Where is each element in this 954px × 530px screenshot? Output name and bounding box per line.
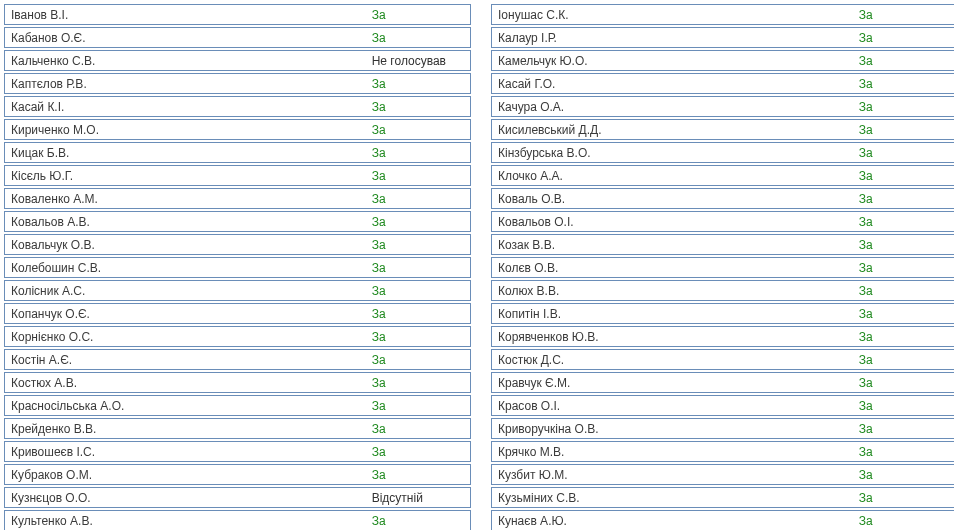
vote-row: Кальченко С.В.Не голосував [4, 50, 471, 71]
vote-column-right: Іонушас С.К.ЗаКалаур І.Р.ЗаКамельчук Ю.О… [491, 4, 954, 530]
deputy-vote: За [855, 123, 954, 137]
vote-row: Колюх В.В.За [491, 280, 954, 301]
vote-row: Камельчук Ю.О.За [491, 50, 954, 71]
vote-row: Крячко М.В.За [491, 441, 954, 462]
vote-row: Кузьміних С.В.За [491, 487, 954, 508]
vote-row: Іонушас С.К.За [491, 4, 954, 25]
deputy-name: Колісник А.С. [5, 284, 368, 298]
vote-row: Ковальов А.В.За [4, 211, 471, 232]
deputy-vote: За [368, 146, 470, 160]
deputy-vote: За [368, 123, 470, 137]
deputy-vote: За [368, 422, 470, 436]
deputy-name: Коваль О.В. [492, 192, 855, 206]
deputy-name: Кабанов О.Є. [5, 31, 368, 45]
deputy-name: Іванов В.І. [5, 8, 368, 22]
deputy-vote: За [855, 330, 954, 344]
vote-row: Криворучкіна О.В.За [491, 418, 954, 439]
vote-table: Іванов В.І.ЗаКабанов О.Є.ЗаКальченко С.В… [4, 4, 954, 530]
vote-row: Костін А.Є.За [4, 349, 471, 370]
vote-row: Кривошеєв І.С.За [4, 441, 471, 462]
vote-row: Коваль О.В.За [491, 188, 954, 209]
vote-row: Клочко А.А.За [491, 165, 954, 186]
deputy-name: Ковальов А.В. [5, 215, 368, 229]
deputy-vote: За [368, 399, 470, 413]
vote-row: Костюк Д.С.За [491, 349, 954, 370]
vote-row: Красносільська А.О.За [4, 395, 471, 416]
deputy-name: Корнієнко О.С. [5, 330, 368, 344]
deputy-name: Красносільська А.О. [5, 399, 368, 413]
vote-row: Кисилевський Д.Д.За [491, 119, 954, 140]
deputy-vote: За [855, 77, 954, 91]
deputy-vote: За [855, 514, 954, 528]
deputy-name: Кривошеєв І.С. [5, 445, 368, 459]
deputy-name: Костін А.Є. [5, 353, 368, 367]
deputy-name: Камельчук Ю.О. [492, 54, 855, 68]
deputy-name: Культенко А.В. [5, 514, 368, 528]
deputy-name: Крячко М.В. [492, 445, 855, 459]
vote-row: Каптєлов Р.В.За [4, 73, 471, 94]
deputy-vote: За [368, 31, 470, 45]
deputy-vote: За [855, 284, 954, 298]
deputy-name: Криворучкіна О.В. [492, 422, 855, 436]
deputy-name: Кубраков О.М. [5, 468, 368, 482]
deputy-vote: За [368, 445, 470, 459]
deputy-name: Копитін І.В. [492, 307, 855, 321]
deputy-name: Коваленко А.М. [5, 192, 368, 206]
deputy-vote: За [855, 146, 954, 160]
deputy-name: Ковальчук О.В. [5, 238, 368, 252]
deputy-name: Кунаєв А.Ю. [492, 514, 855, 528]
deputy-name: Касай К.І. [5, 100, 368, 114]
vote-row: Кузнєцов О.О.Відсутній [4, 487, 471, 508]
deputy-name: Кісєль Ю.Г. [5, 169, 368, 183]
vote-row: Кравчук Є.М.За [491, 372, 954, 393]
vote-row: Касай Г.О.За [491, 73, 954, 94]
deputy-name: Костюк Д.С. [492, 353, 855, 367]
vote-row: Касай К.І.За [4, 96, 471, 117]
deputy-vote: За [855, 422, 954, 436]
deputy-name: Костюх А.В. [5, 376, 368, 390]
deputy-vote: За [855, 54, 954, 68]
deputy-vote: За [855, 261, 954, 275]
vote-row: Ковальчук О.В.За [4, 234, 471, 255]
deputy-name: Красов О.І. [492, 399, 855, 413]
deputy-vote: За [368, 376, 470, 390]
deputy-name: Кінзбурська В.О. [492, 146, 855, 160]
vote-row: Кінзбурська В.О.За [491, 142, 954, 163]
deputy-name: Кузьміних С.В. [492, 491, 855, 505]
vote-row: Іванов В.І.За [4, 4, 471, 25]
vote-row: Крейденко В.В.За [4, 418, 471, 439]
deputy-name: Кириченко М.О. [5, 123, 368, 137]
deputy-vote: За [855, 445, 954, 459]
deputy-vote: За [855, 376, 954, 390]
deputy-vote: За [855, 353, 954, 367]
deputy-name: Копанчук О.Є. [5, 307, 368, 321]
deputy-vote: Відсутній [368, 491, 470, 505]
vote-row: Красов О.І.За [491, 395, 954, 416]
deputy-vote: За [855, 100, 954, 114]
deputy-vote: За [368, 353, 470, 367]
deputy-vote: За [368, 514, 470, 528]
deputy-vote: За [368, 215, 470, 229]
deputy-name: Ковальов О.І. [492, 215, 855, 229]
deputy-name: Кравчук Є.М. [492, 376, 855, 390]
deputy-vote: За [855, 468, 954, 482]
deputy-vote: За [855, 307, 954, 321]
deputy-name: Кузбит Ю.М. [492, 468, 855, 482]
vote-row: Кицак Б.В.За [4, 142, 471, 163]
deputy-vote: За [855, 192, 954, 206]
vote-row: Кунаєв А.Ю.За [491, 510, 954, 530]
vote-row: Культенко А.В.За [4, 510, 471, 530]
vote-row: Копитін І.В.За [491, 303, 954, 324]
deputy-name: Колюх В.В. [492, 284, 855, 298]
deputy-name: Крейденко В.В. [5, 422, 368, 436]
deputy-name: Клочко А.А. [492, 169, 855, 183]
deputy-vote: За [855, 238, 954, 252]
vote-row: Колісник А.С.За [4, 280, 471, 301]
deputy-vote: Не голосував [368, 54, 470, 68]
deputy-name: Козак В.В. [492, 238, 855, 252]
vote-row: Корявченков Ю.В.За [491, 326, 954, 347]
deputy-name: Іонушас С.К. [492, 8, 855, 22]
deputy-vote: За [368, 284, 470, 298]
deputy-name: Качура О.А. [492, 100, 855, 114]
deputy-vote: За [368, 468, 470, 482]
